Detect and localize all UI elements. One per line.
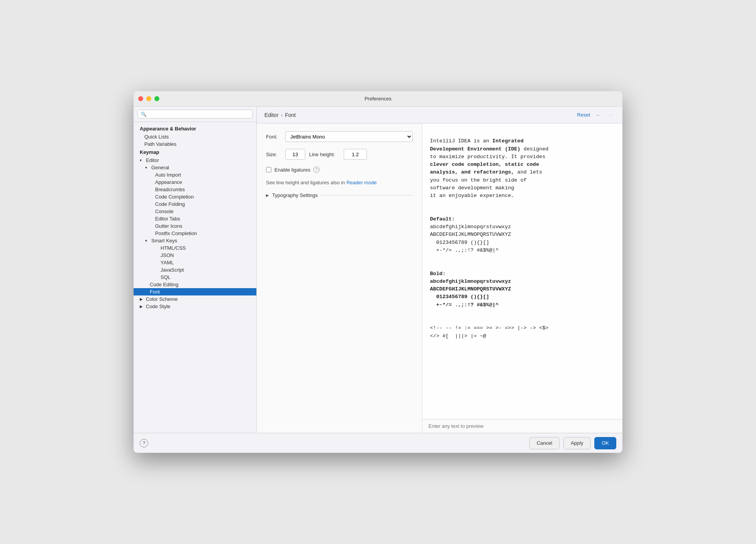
see-also-text: See line height and ligatures also in Re… (266, 180, 413, 185)
sidebar-item-code-folding[interactable]: Code Folding (134, 200, 256, 208)
smart-keys-label: Smart Keys (151, 238, 177, 244)
close-button[interactable] (138, 96, 143, 101)
window-title: Preferences (365, 96, 391, 102)
line-height-label: Line height: (309, 152, 340, 157)
breadcrumb-separator: › (281, 112, 283, 118)
code-style-label: Code Style (146, 304, 171, 309)
preferences-window: Preferences 🔍 Appearance & Behavior Quic… (134, 91, 622, 453)
general-label: General (151, 165, 169, 170)
preview-panel: IntelliJ IDEA is an Integrated Developme… (422, 123, 622, 433)
reset-button[interactable]: Reset (577, 112, 590, 118)
ligatures-label[interactable]: Enable ligatures (274, 167, 310, 173)
content-header: Editor › Font Reset ← → (257, 107, 622, 123)
sidebar-item-keymap[interactable]: Keymap (134, 148, 256, 157)
font-select[interactable]: JetBrains Mono Menlo Monaco Courier New … (285, 131, 413, 142)
bottom-bar: ? Cancel Apply OK (134, 433, 622, 453)
sidebar-item-appearance[interactable]: Appearance (134, 179, 256, 186)
content-area: Editor › Font Reset ← → Font: (257, 107, 622, 433)
cancel-button[interactable]: Cancel (529, 437, 559, 449)
sidebar-tree: Appearance & Behavior Quick Lists Path V… (134, 122, 256, 433)
sidebar-item-console[interactable]: Console (134, 208, 256, 215)
ligatures-checkbox[interactable] (266, 167, 271, 172)
preview-input-bar (422, 419, 622, 433)
code-style-chevron-icon: ▶ (140, 304, 144, 309)
split-content: Font: JetBrains Mono Menlo Monaco Courie… (257, 123, 622, 433)
minimize-button[interactable] (146, 96, 151, 101)
preview-input[interactable] (428, 423, 616, 429)
color-scheme-label: Color Scheme (146, 296, 177, 302)
help-icon: ? (143, 441, 146, 446)
editor-chevron-icon: ▾ (140, 158, 144, 162)
font-row: Font: JetBrains Mono Menlo Monaco Courie… (266, 131, 413, 142)
settings-panel: Font: JetBrains Mono Menlo Monaco Courie… (257, 123, 422, 433)
typography-chevron-icon[interactable]: ▶ (266, 193, 269, 197)
color-scheme-chevron-icon: ▶ (140, 297, 144, 301)
preview-text-area: IntelliJ IDEA is an Integrated Developme… (422, 123, 622, 419)
sidebar-item-code-completion[interactable]: Code Completion (134, 193, 256, 200)
search-wrapper[interactable]: 🔍 (137, 110, 253, 118)
sidebar-item-postfix-completion[interactable]: Postfix Completion (134, 230, 256, 237)
sidebar-item-sql[interactable]: SQL (134, 274, 256, 281)
sidebar-item-code-editing[interactable]: Code Editing (134, 281, 256, 288)
apply-button[interactable]: Apply (564, 437, 591, 449)
breadcrumb-parent: Editor (264, 112, 279, 118)
font-label: Font: (266, 134, 281, 140)
ligatures-row: Enable ligatures ? (266, 167, 413, 173)
header-actions: Reset ← → (577, 111, 615, 119)
sidebar-item-yaml[interactable]: YAML (134, 259, 256, 266)
preview-intro: IntelliJ IDEA is an Integrated Developme… (430, 138, 549, 199)
typography-divider (321, 195, 413, 195)
titlebar: Preferences (134, 91, 622, 107)
sidebar-item-font[interactable]: Font (134, 288, 256, 295)
ligatures-help-icon[interactable]: ? (313, 167, 319, 173)
size-input[interactable] (285, 149, 305, 160)
sidebar-item-auto-import[interactable]: Auto Import (134, 171, 256, 179)
size-label: Size: (266, 152, 281, 157)
help-button[interactable]: ? (140, 439, 148, 447)
sidebar-item-json[interactable]: JSON (134, 252, 256, 259)
search-input[interactable] (149, 111, 249, 117)
maximize-button[interactable] (154, 96, 159, 101)
breadcrumb: Editor › Font (264, 112, 296, 118)
sidebar-item-quick-lists[interactable]: Quick Lists (134, 133, 256, 140)
line-height-input[interactable] (344, 149, 367, 160)
smart-keys-chevron-icon: ▾ (145, 239, 150, 243)
see-also-prefix: See line height and ligatures also in (266, 180, 346, 185)
sidebar-item-editor-tabs[interactable]: Editor Tabs (134, 215, 256, 222)
bottom-left: ? (140, 439, 148, 447)
general-chevron-icon: ▾ (145, 165, 150, 170)
sidebar-item-appearance-behavior[interactable]: Appearance & Behavior (134, 124, 256, 133)
sidebar-item-breadcrumbs[interactable]: Breadcrumbs (134, 186, 256, 193)
breadcrumb-current: Font (285, 112, 296, 118)
sidebar-item-general[interactable]: ▾ General (134, 164, 256, 171)
preview-bold-section: Bold: abcdefghijklmnopqrstuvwxyz ABCDEFG… (430, 271, 511, 308)
nav-back-button[interactable]: ← (594, 111, 602, 119)
ok-button[interactable]: OK (594, 437, 616, 449)
sidebar-item-editor[interactable]: ▾ Editor (134, 157, 256, 164)
traffic-lights (138, 96, 159, 101)
bottom-right: Cancel Apply OK (529, 437, 616, 449)
sidebar-item-gutter-icons[interactable]: Gutter Icons (134, 222, 256, 230)
nav-forward-button[interactable]: → (606, 111, 615, 119)
sidebar: 🔍 Appearance & Behavior Quick Lists Path… (134, 107, 257, 433)
size-row: Size: Line height: (266, 149, 413, 160)
sidebar-item-path-variables[interactable]: Path Variables (134, 140, 256, 148)
typography-section: ▶ Typography Settings (266, 192, 413, 198)
editor-label: Editor (146, 157, 159, 163)
main-content: 🔍 Appearance & Behavior Quick Lists Path… (134, 107, 622, 433)
sidebar-item-color-scheme[interactable]: ▶ Color Scheme (134, 295, 256, 303)
reader-mode-link[interactable]: Reader mode (346, 180, 377, 185)
sidebar-item-code-style[interactable]: ▶ Code Style (134, 303, 256, 310)
typography-label[interactable]: Typography Settings (272, 192, 318, 198)
preview-default-section: Default: abcdefghijklmnopqrstuvwxyz ABCD… (430, 216, 511, 253)
preview-ligatures-section: <!-- -- != := === >= >- =>> |-> -> <$> <… (430, 325, 549, 339)
sidebar-item-smart-keys[interactable]: ▾ Smart Keys (134, 237, 256, 244)
search-icon: 🔍 (141, 112, 147, 117)
sidebar-item-javascript[interactable]: JavaScript (134, 266, 256, 274)
search-bar: 🔍 (134, 107, 256, 122)
sidebar-item-html-css[interactable]: HTML/CSS (134, 244, 256, 252)
